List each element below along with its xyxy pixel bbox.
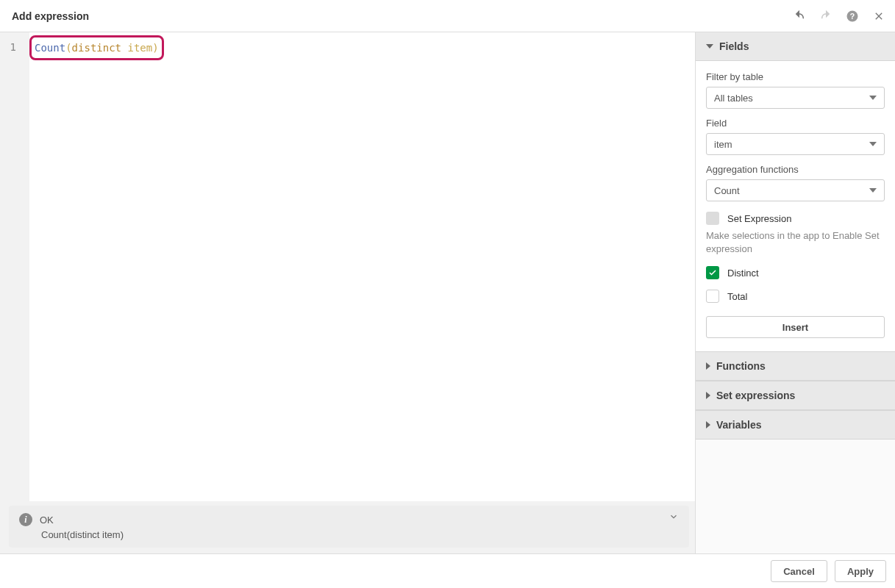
chevron-right-icon — [706, 421, 710, 429]
caret-down-icon — [869, 142, 877, 146]
filter-by-table-label: Filter by table — [706, 71, 885, 82]
token-function: Count — [35, 42, 65, 54]
set-expression-row[interactable]: Set Expression — [706, 212, 885, 225]
accordion-label: Variables — [716, 419, 762, 431]
total-checkbox[interactable] — [706, 290, 719, 303]
total-row[interactable]: Total — [706, 290, 885, 303]
chevron-down-icon[interactable] — [668, 512, 679, 524]
accordion-label: Functions — [716, 360, 766, 372]
expression-editor[interactable]: Count(distinct item) — [29, 32, 695, 501]
token-paren-open: ( — [65, 42, 71, 54]
sidebar: Fields Filter by table All tables Field … — [695, 32, 895, 553]
undo-icon[interactable] — [792, 9, 807, 24]
aggregation-label: Aggregation functions — [706, 164, 885, 175]
info-icon: i — [19, 513, 32, 526]
total-label: Total — [727, 291, 747, 302]
aggregation-select[interactable]: Count — [706, 179, 885, 201]
set-expression-checkbox[interactable] — [706, 212, 719, 225]
accordion-set-expressions[interactable]: Set expressions — [696, 381, 895, 410]
set-expression-help: Make selections in the app to Enable Set… — [706, 229, 885, 256]
token-paren-close: ) — [152, 42, 158, 54]
dialog-header: Add expression ? — [0, 0, 895, 32]
accordion-fields[interactable]: Fields — [696, 32, 895, 61]
accordion-variables[interactable]: Variables — [696, 410, 895, 440]
distinct-label: Distinct — [727, 268, 759, 279]
help-icon[interactable]: ? — [845, 9, 860, 24]
field-select[interactable]: item — [706, 133, 885, 155]
caret-down-icon — [869, 96, 877, 100]
cancel-button[interactable]: Cancel — [771, 560, 827, 582]
accordion-label: Set expressions — [716, 390, 795, 401]
token-identifier: item — [127, 42, 152, 54]
editor-pane: 1 Count(distinct item) i OK Count(distin… — [0, 32, 695, 553]
distinct-row[interactable]: Distinct — [706, 266, 885, 279]
expression-highlight: Count(distinct item) — [29, 35, 164, 60]
select-value: item — [714, 139, 732, 150]
select-value: Count — [714, 185, 740, 196]
chevron-down-icon — [706, 44, 713, 49]
caret-down-icon — [869, 188, 877, 193]
filter-by-table-select[interactable]: All tables — [706, 87, 885, 109]
status-detail: Count(distinct item) — [41, 529, 679, 540]
dialog-body: 1 Count(distinct item) i OK Count(distin… — [0, 32, 895, 553]
chevron-right-icon — [706, 362, 710, 370]
line-number-gutter: 1 — [0, 32, 29, 501]
field-label: Field — [706, 118, 885, 129]
editor-wrap: 1 Count(distinct item) — [0, 32, 695, 501]
accordion-label: Fields — [719, 40, 749, 52]
status-label: OK — [40, 514, 54, 526]
insert-button[interactable]: Insert — [706, 316, 885, 338]
close-icon[interactable] — [871, 9, 886, 24]
apply-button[interactable]: Apply — [835, 560, 886, 582]
select-value: All tables — [714, 93, 753, 104]
fields-panel: Filter by table All tables Field item Ag… — [696, 61, 895, 351]
status-bar[interactable]: i OK Count(distinct item) — [9, 506, 689, 548]
redo-icon — [819, 9, 833, 24]
set-expression-label: Set Expression — [727, 213, 791, 224]
header-actions: ? — [792, 9, 886, 24]
line-number: 1 — [10, 41, 16, 53]
svg-text:?: ? — [850, 11, 855, 20]
status-row: i OK — [19, 513, 679, 526]
chevron-right-icon — [706, 392, 710, 399]
distinct-checkbox[interactable] — [706, 266, 719, 279]
accordion-functions[interactable]: Functions — [696, 351, 895, 381]
dialog-footer: Cancel Apply — [0, 553, 895, 588]
dialog-title: Add expression — [9, 10, 89, 22]
token-keyword: distinct — [72, 42, 121, 54]
